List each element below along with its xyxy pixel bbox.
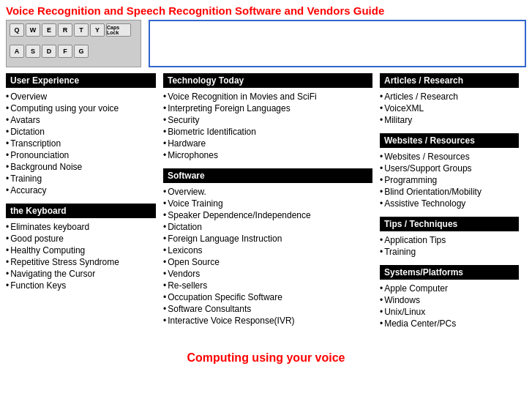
list-item[interactable]: Avatars: [6, 114, 156, 126]
link-healthy-computing[interactable]: Healthy Computing: [6, 245, 85, 256]
link-software-consultants[interactable]: Software Consultants: [163, 304, 251, 314]
link-resellers[interactable]: Re-sellers: [163, 280, 207, 291]
key-d: D: [42, 45, 56, 58]
link-apple[interactable]: Apple Computer: [380, 283, 448, 294]
list-item[interactable]: Good posture: [6, 233, 156, 245]
link-speaker-dependence[interactable]: Speaker Dependence/Independence: [163, 210, 311, 220]
keyboard-header: the Keyboard: [6, 204, 156, 218]
link-voicexml[interactable]: VoiceXML: [380, 103, 424, 113]
list-item[interactable]: Microphones: [163, 149, 372, 161]
list-item[interactable]: Healthy Computing: [6, 245, 156, 256]
link-programming[interactable]: Programming: [380, 175, 437, 185]
link-movies-scifi[interactable]: Voice Recognition in Movies and SciFi: [163, 92, 317, 102]
link-occupation-software[interactable]: Occupation Specific Software: [163, 292, 282, 302]
link-open-source[interactable]: Open Source: [163, 257, 220, 267]
list-item[interactable]: Windows: [380, 294, 519, 306]
list-item[interactable]: Dictation: [6, 126, 156, 138]
search-box[interactable]: [149, 20, 526, 67]
link-vendors[interactable]: Vendors: [163, 269, 200, 279]
list-item[interactable]: Eliminates keyboard: [6, 221, 156, 233]
list-item[interactable]: Application Tips: [380, 234, 519, 246]
link-overview[interactable]: Overview: [6, 92, 47, 102]
link-dictation[interactable]: Dictation: [6, 127, 45, 137]
link-function-keys[interactable]: Function Keys: [6, 280, 66, 291]
list-item[interactable]: Websites / Resources: [380, 151, 519, 163]
list-item[interactable]: Unix/Linux: [380, 306, 519, 318]
link-voice-training[interactable]: Voice Training: [163, 198, 223, 209]
link-rss[interactable]: Repetitive Stress Syndrome: [6, 257, 119, 267]
link-application-tips[interactable]: Application Tips: [380, 235, 446, 245]
link-transcription[interactable]: Transcription: [6, 138, 61, 149]
link-biometric[interactable]: Biometric Identification: [163, 127, 256, 137]
list-item[interactable]: Programming: [380, 174, 519, 186]
list-item[interactable]: Training: [380, 246, 519, 258]
link-training-ue[interactable]: Training: [6, 174, 42, 184]
link-overview-sw[interactable]: Overview.: [163, 187, 206, 197]
list-item[interactable]: Repetitive Stress Syndrome: [6, 256, 156, 268]
list-item[interactable]: Assistive Technology: [380, 198, 519, 209]
link-dictation-sw[interactable]: Dictation: [163, 222, 202, 232]
link-users-support[interactable]: Users/Support Groups: [380, 163, 472, 174]
link-assistive-tech[interactable]: Assistive Technology: [380, 198, 465, 209]
list-item[interactable]: Voice Training: [163, 198, 372, 209]
list-item[interactable]: Computing using your voice: [6, 102, 156, 114]
link-media-center[interactable]: Media Center/PCs: [380, 318, 456, 329]
link-hardware[interactable]: Hardware: [163, 138, 206, 149]
link-good-posture[interactable]: Good posture: [6, 234, 64, 244]
link-lexicons[interactable]: Lexicons: [163, 245, 203, 256]
list-item[interactable]: Interactive Voice Response(IVR): [163, 315, 372, 327]
list-item[interactable]: Voice Recognition in Movies and SciFi: [163, 91, 372, 102]
list-item[interactable]: Vendors: [163, 268, 372, 280]
list-item[interactable]: Military: [380, 114, 519, 126]
link-websites-resources[interactable]: Websites / Resources: [380, 152, 470, 162]
link-computing-voice[interactable]: Computing using your voice: [6, 103, 119, 113]
link-unix[interactable]: Unix/Linux: [380, 307, 425, 317]
list-item[interactable]: Lexicons: [163, 245, 372, 256]
link-foreign-lang-instruction[interactable]: Foreign Language Instruction: [163, 234, 282, 244]
list-item[interactable]: Users/Support Groups: [380, 163, 519, 174]
list-item[interactable]: Speaker Dependence/Independence: [163, 209, 372, 221]
list-item[interactable]: Interpreting Foreign Languages: [163, 102, 372, 114]
link-ivr[interactable]: Interactive Voice Response(IVR): [163, 316, 295, 326]
link-cursor[interactable]: Navigating the Cursor: [6, 269, 95, 279]
list-item[interactable]: Transcription: [6, 138, 156, 149]
list-item[interactable]: Blind Orientation/Mobility: [380, 186, 519, 198]
link-training-tips[interactable]: Training: [380, 247, 416, 257]
list-item[interactable]: Training: [6, 173, 156, 184]
list-item[interactable]: Hardware: [163, 138, 372, 149]
list-item[interactable]: Function Keys: [6, 280, 156, 291]
list-item[interactable]: Articles / Research: [380, 91, 519, 102]
articles-header: Articles / Research: [380, 73, 519, 88]
list-item[interactable]: Media Center/PCs: [380, 318, 519, 329]
list-item[interactable]: Biometric Identification: [163, 126, 372, 138]
list-item[interactable]: Accuracy: [6, 184, 156, 196]
list-item[interactable]: Apple Computer: [380, 283, 519, 294]
list-item[interactable]: VoiceXML: [380, 102, 519, 114]
link-windows[interactable]: Windows: [380, 295, 420, 305]
link-articles[interactable]: Articles / Research: [380, 92, 458, 102]
link-eliminates-keyboard[interactable]: Eliminates keyboard: [6, 222, 89, 232]
link-security[interactable]: Security: [163, 115, 200, 125]
list-item[interactable]: Background Noise: [6, 161, 156, 173]
list-item[interactable]: Dictation: [163, 221, 372, 233]
link-foreign-languages[interactable]: Interpreting Foreign Languages: [163, 103, 291, 113]
list-item[interactable]: Navigating the Cursor: [6, 268, 156, 280]
list-item[interactable]: Foreign Language Instruction: [163, 233, 372, 245]
list-item[interactable]: Overview.: [163, 186, 372, 198]
link-blind-orientation[interactable]: Blind Orientation/Mobility: [380, 187, 482, 197]
keyboard-list: Eliminates keyboard Good posture Healthy…: [6, 221, 156, 291]
link-accuracy[interactable]: Accuracy: [6, 185, 47, 195]
list-item[interactable]: Overview: [6, 91, 156, 102]
key-caps: Caps Lock: [106, 23, 131, 37]
list-item[interactable]: Occupation Specific Software: [163, 291, 372, 303]
list-item[interactable]: Pronounciation: [6, 149, 156, 161]
link-microphones[interactable]: Microphones: [163, 150, 218, 160]
link-background-noise[interactable]: Background Noise: [6, 162, 82, 172]
link-pronounciation[interactable]: Pronounciation: [6, 150, 69, 160]
link-military[interactable]: Military: [380, 115, 412, 125]
list-item[interactable]: Software Consultants: [163, 303, 372, 315]
list-item[interactable]: Open Source: [163, 256, 372, 268]
list-item[interactable]: Security: [163, 114, 372, 126]
list-item[interactable]: Re-sellers: [163, 280, 372, 291]
link-avatars[interactable]: Avatars: [6, 115, 40, 125]
